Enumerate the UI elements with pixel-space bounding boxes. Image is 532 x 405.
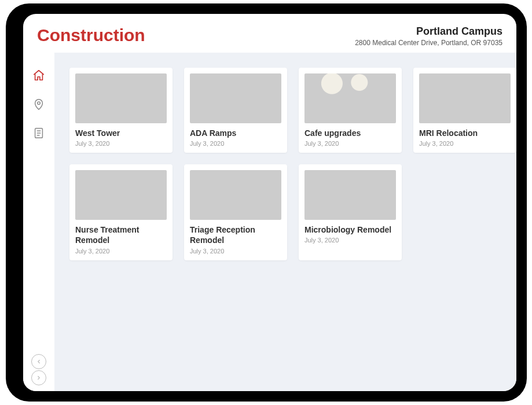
document-icon[interactable] [30, 124, 47, 142]
project-card[interactable]: MRI Relocation July 3, 2020 [413, 68, 516, 153]
project-title: West Tower [75, 128, 167, 138]
project-date: July 3, 2020 [190, 140, 281, 147]
topbar: Construction Portland Campus 2800 Medica… [23, 14, 516, 53]
home-icon[interactable] [30, 67, 47, 84]
project-thumbnail [75, 73, 167, 123]
project-card[interactable]: ADA Ramps July 3, 2020 [184, 68, 287, 153]
screen: Construction Portland Campus 2800 Medica… [23, 14, 516, 391]
project-thumbnail [190, 73, 281, 123]
project-thumbnail [304, 73, 396, 123]
project-date: July 3, 2020 [75, 248, 167, 255]
project-title: Microbiology Remodel [304, 224, 396, 235]
campus-block: Portland Campus 2800 Medical Center Driv… [355, 25, 502, 47]
page-title: Construction [37, 25, 145, 45]
sidebar-nav-footer [31, 354, 46, 385]
project-card[interactable]: West Tower July 3, 2020 [69, 68, 173, 153]
project-date: July 3, 2020 [304, 237, 396, 244]
project-thumbnail [304, 170, 396, 220]
project-title: Triage Reception Remodel [190, 224, 281, 245]
project-grid: West Tower July 3, 2020 ADA Ramps July 3… [69, 68, 501, 260]
campus-address: 2800 Medical Center Drive, Portland, OR … [355, 39, 502, 47]
project-thumbnail [75, 170, 167, 220]
campus-name: Portland Campus [355, 25, 502, 38]
project-card[interactable]: Microbiology Remodel July 3, 2020 [299, 164, 402, 260]
forward-button[interactable] [31, 370, 46, 385]
project-title: ADA Ramps [190, 128, 281, 138]
project-card[interactable]: Triage Reception Remodel July 3, 2020 [184, 164, 287, 260]
project-date: July 3, 2020 [190, 248, 281, 255]
project-title: Nurse Treatment Remodel [75, 224, 167, 245]
back-button[interactable] [31, 354, 46, 369]
project-thumbnail [190, 170, 281, 220]
project-card[interactable]: Cafe upgrades July 3, 2020 [299, 68, 402, 153]
project-thumbnail [419, 73, 511, 123]
project-title: Cafe upgrades [304, 128, 396, 138]
project-title: MRI Relocation [419, 128, 511, 138]
body: West Tower July 3, 2020 ADA Ramps July 3… [23, 53, 516, 391]
project-date: July 3, 2020 [419, 140, 511, 147]
tablet-frame: Construction Portland Campus 2800 Medica… [6, 3, 527, 402]
project-date: July 3, 2020 [304, 140, 396, 147]
project-card[interactable]: Nurse Treatment Remodel July 3, 2020 [69, 164, 173, 260]
location-pin-icon[interactable] [30, 95, 47, 113]
svg-point-0 [38, 102, 41, 105]
sidebar [23, 53, 54, 391]
project-date: July 3, 2020 [75, 140, 167, 147]
main-content: West Tower July 3, 2020 ADA Ramps July 3… [54, 53, 516, 391]
